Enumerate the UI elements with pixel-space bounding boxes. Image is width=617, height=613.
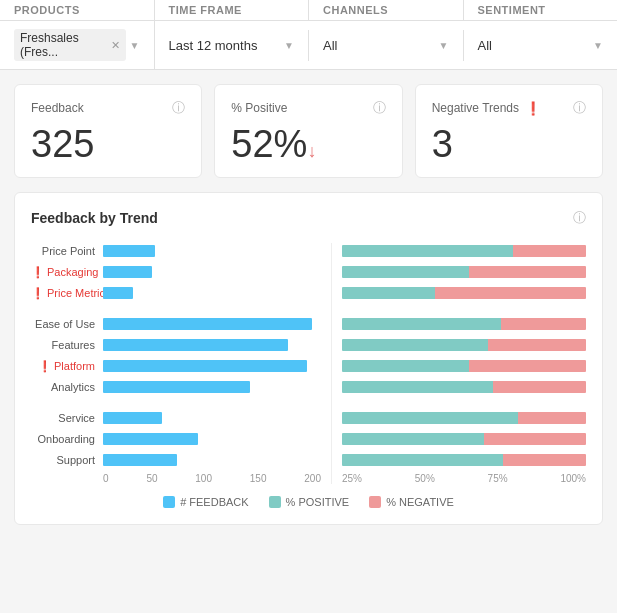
stacked-bar-container bbox=[342, 245, 586, 257]
left-axis-row: 050100150200 bbox=[31, 473, 321, 484]
bar-container bbox=[103, 360, 321, 372]
bar-row: Onboarding bbox=[31, 431, 321, 447]
bar-label: Price Point bbox=[31, 245, 103, 257]
legend-positive-dot bbox=[269, 496, 281, 508]
stacked-bar-row bbox=[342, 379, 586, 395]
bar-row: Support bbox=[31, 452, 321, 468]
positive-segment bbox=[342, 381, 493, 393]
products-tag[interactable]: Freshsales (Fres... ✕ bbox=[14, 29, 126, 61]
bar-row: ❗Price Metric bbox=[31, 285, 321, 301]
timeframe-filter[interactable]: Last 12 months ▼ bbox=[155, 30, 310, 61]
feedback-info-icon[interactable]: ⓘ bbox=[172, 99, 185, 117]
chart-spacer bbox=[342, 400, 586, 410]
bar-fill bbox=[103, 287, 133, 299]
bar-fill bbox=[103, 433, 198, 445]
stacked-bar-container bbox=[342, 318, 586, 330]
bar-row: Analytics bbox=[31, 379, 321, 395]
positive-segment bbox=[342, 360, 469, 372]
bar-row: Features bbox=[31, 337, 321, 353]
bar-container bbox=[103, 266, 321, 278]
stacked-bar-container bbox=[342, 412, 586, 424]
bar-fill bbox=[103, 245, 155, 257]
chart-title-row: Feedback by Trend ⓘ bbox=[31, 209, 586, 227]
chart-card: Feedback by Trend ⓘ Price Point❗Packagin… bbox=[14, 192, 603, 525]
legend-positive: % POSITIVE bbox=[269, 496, 350, 508]
negative-segment bbox=[469, 360, 586, 372]
negative-segment bbox=[484, 433, 586, 445]
bar-fill bbox=[103, 412, 162, 424]
bar-label: ❗Platform bbox=[31, 360, 103, 373]
positive-title: % Positive ⓘ bbox=[231, 99, 385, 117]
legend-feedback-dot bbox=[163, 496, 175, 508]
positive-segment bbox=[342, 412, 518, 424]
bar-fill bbox=[103, 339, 288, 351]
channels-filter[interactable]: All ▼ bbox=[309, 30, 464, 61]
positive-segment bbox=[342, 266, 469, 278]
bar-row: ❗Packaging bbox=[31, 264, 321, 280]
bar-container bbox=[103, 339, 321, 351]
bar-fill bbox=[103, 266, 152, 278]
right-axis-row: 25%50%75%100% bbox=[342, 473, 586, 484]
stacked-bar-container bbox=[342, 287, 586, 299]
bar-row: Ease of Use bbox=[31, 316, 321, 332]
stacked-bar-row bbox=[342, 431, 586, 447]
bar-fill bbox=[103, 360, 307, 372]
negative-segment bbox=[493, 381, 586, 393]
negative-segment bbox=[513, 245, 586, 257]
stacked-bar-row bbox=[342, 243, 586, 259]
stacked-bar-container bbox=[342, 381, 586, 393]
left-chart: Price Point❗Packaging❗Price MetricEase o… bbox=[31, 243, 331, 484]
bar-container bbox=[103, 433, 321, 445]
stacked-bar-container bbox=[342, 339, 586, 351]
positive-info-icon[interactable]: ⓘ bbox=[373, 99, 386, 117]
positive-segment bbox=[342, 245, 513, 257]
channels-value: All bbox=[323, 38, 337, 53]
trend-down-icon: ↓ bbox=[307, 141, 316, 161]
stacked-bar-container bbox=[342, 360, 586, 372]
stacked-bar-row bbox=[342, 285, 586, 301]
filter-labels-row: PRODUCTS TIME FRAME CHANNELS SENTIMENT bbox=[0, 0, 617, 21]
negative-segment bbox=[435, 287, 586, 299]
sentiment-label: SENTIMENT bbox=[464, 0, 618, 20]
products-chevron-icon: ▼ bbox=[130, 40, 140, 51]
negative-segment bbox=[469, 266, 586, 278]
bar-fill bbox=[103, 454, 177, 466]
bar-container bbox=[103, 412, 321, 424]
bar-container bbox=[103, 381, 321, 393]
chart-info-icon[interactable]: ⓘ bbox=[573, 209, 586, 227]
sentiment-filter[interactable]: All ▼ bbox=[464, 30, 618, 61]
chart-spacer bbox=[31, 306, 321, 316]
right-chart: 25%50%75%100% bbox=[331, 243, 586, 484]
products-filter[interactable]: Freshsales (Fres... ✕ ▼ bbox=[0, 21, 155, 69]
filter-values-row: Freshsales (Fres... ✕ ▼ Last 12 months ▼… bbox=[0, 21, 617, 69]
feedback-title: Feedback ⓘ bbox=[31, 99, 185, 117]
bar-label: Support bbox=[31, 454, 103, 466]
feedback-value: 325 bbox=[31, 125, 185, 163]
negative-value: 3 bbox=[432, 125, 586, 163]
products-tag-close[interactable]: ✕ bbox=[111, 39, 120, 52]
legend-negative: % NEGATIVE bbox=[369, 496, 454, 508]
chart-spacer bbox=[342, 306, 586, 316]
main-content: Feedback ⓘ 325 % Positive ⓘ 52%↓ Negativ… bbox=[0, 70, 617, 539]
sentiment-value: All bbox=[478, 38, 492, 53]
negative-alert-icon: ❗ bbox=[525, 101, 541, 116]
negative-card: Negative Trends ❗ ⓘ 3 bbox=[415, 84, 603, 178]
bar-label: Ease of Use bbox=[31, 318, 103, 330]
stacked-bar-container bbox=[342, 266, 586, 278]
bar-row: ❗Platform bbox=[31, 358, 321, 374]
bar-label: Analytics bbox=[31, 381, 103, 393]
stats-row: Feedback ⓘ 325 % Positive ⓘ 52%↓ Negativ… bbox=[14, 84, 603, 178]
legend-feedback-label: # FEEDBACK bbox=[180, 496, 248, 508]
stacked-bar-container bbox=[342, 454, 586, 466]
bar-label: Onboarding bbox=[31, 433, 103, 445]
negative-info-icon[interactable]: ⓘ bbox=[573, 99, 586, 117]
stacked-bar-row bbox=[342, 358, 586, 374]
chart-spacer bbox=[31, 400, 321, 410]
negative-segment bbox=[503, 454, 586, 466]
bar-container bbox=[103, 454, 321, 466]
products-label: PRODUCTS bbox=[0, 0, 155, 20]
positive-card: % Positive ⓘ 52%↓ bbox=[214, 84, 402, 178]
left-axis-labels: 050100150200 bbox=[103, 473, 321, 484]
bar-row: Price Point bbox=[31, 243, 321, 259]
bar-container bbox=[103, 318, 321, 330]
